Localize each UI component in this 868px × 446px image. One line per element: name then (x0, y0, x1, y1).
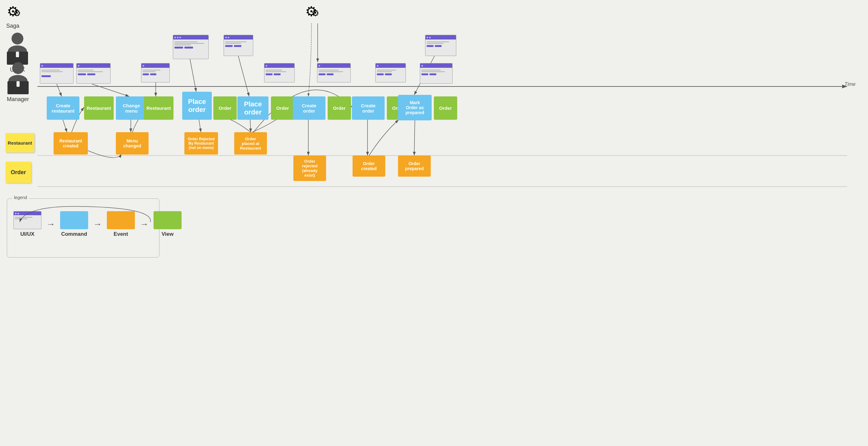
restaurant-view-2: Restaurant (144, 96, 174, 120)
order-rejected-exist-event: Orderrejected(alreadyexist) (293, 156, 326, 181)
manager-label: Manager (7, 96, 29, 103)
legend-title: legend (12, 195, 29, 200)
legend-event-label: Event (114, 231, 128, 237)
change-menu-command: Changemenu (116, 96, 147, 120)
dot1 (175, 37, 176, 38)
legend-uiux-body (14, 215, 41, 221)
place-order-1-command: Placeorder (182, 92, 212, 120)
ui-mockup-7 (317, 63, 351, 82)
legend-arrow-2: → (93, 219, 102, 229)
customer-torso-icon (8, 45, 27, 52)
restaurant-view-1: Restaurant (84, 96, 114, 120)
dot5 (228, 37, 229, 38)
dot2 (177, 37, 179, 38)
legend-uiux-header (14, 211, 41, 215)
place-order-2-command: Placeorder (237, 96, 269, 120)
legend-uiux-label: UI/UX (20, 231, 34, 237)
ui-mockup-3 (40, 63, 73, 84)
restaurant-aggregate: Restaurant (6, 133, 34, 152)
saga-center-actor: ⚙ ⚙ (305, 5, 317, 19)
manager-suit-icon (7, 81, 29, 94)
legend-event-box (107, 211, 135, 229)
create-order-2-command: Createorder (352, 96, 384, 120)
order-view-5: Order (434, 96, 457, 120)
saga-gear-small-icon: ⚙ (13, 9, 21, 18)
legend-command-label: Command (61, 231, 87, 237)
main-canvas: Time ⚙ ⚙ Saga ⚙ ⚙ UI/UX Manager (0, 0, 868, 446)
order-rejected-restaurant-event: Order RejectedBy Restaurant(not on menu) (184, 132, 218, 155)
manager-actor: Manager (7, 62, 29, 103)
legend-command-box (60, 211, 88, 229)
order-prepared-event: Orderprepared (398, 156, 431, 177)
order-view-2: Order (271, 96, 294, 120)
legend-uiux-item: UI/UX (13, 211, 41, 237)
order-placed-restaurant-event: Orderplaced atRestaurant (234, 132, 267, 155)
dot3 (179, 37, 181, 38)
legend-box: legend UI/UX → (7, 199, 159, 258)
customer-head-icon (11, 33, 23, 44)
legend-event-item: Event (107, 211, 135, 237)
create-restaurant-command: Createrestaurant (47, 96, 80, 120)
legend-view-label: View (162, 231, 174, 237)
legend-command-item: Command (60, 211, 88, 237)
order-view-1: Order (213, 96, 237, 120)
saga-center-gear-small-icon: ⚙ (311, 9, 319, 18)
ui-mockup-2 (224, 35, 253, 56)
saga-actor: ⚙ ⚙ Saga (6, 5, 19, 29)
order-view-3: Order (328, 96, 351, 120)
order-aggregate: Order (6, 162, 31, 183)
manager-head-icon (12, 62, 24, 74)
manager-torso-icon (8, 75, 28, 81)
create-order-1-command: Createorder (293, 96, 326, 120)
ui-mockup-8 (375, 63, 406, 82)
saga-gear-icon: ⚙ ⚙ (7, 5, 19, 19)
menu-changed-event: Menuchanged (116, 132, 149, 155)
saga-label: Saga (6, 23, 19, 29)
restaurant-created-event: Restaurantcreated (54, 132, 88, 155)
ui-mockup-6 (264, 63, 294, 82)
ui-mockup-9 (420, 63, 453, 84)
ui-mockup-5 (141, 63, 170, 82)
saga-center-gear-icon: ⚙ ⚙ (305, 5, 317, 19)
order-created-event: Ordercreated (352, 156, 385, 177)
ui-mockup-1 (173, 35, 209, 59)
ui-mockup-10 (425, 35, 456, 56)
legend-arrow-1: → (46, 219, 55, 229)
time-label: Time (845, 81, 856, 87)
legend-view-item: View (154, 211, 182, 237)
legend-uiux-box (13, 211, 41, 229)
mark-order-prepared-command: MarkOrder asprepared (398, 95, 432, 121)
ui-mockup-4 (76, 63, 111, 84)
legend-arrow-3: → (140, 219, 149, 229)
dot4 (225, 37, 227, 38)
legend-view-box (154, 211, 182, 229)
